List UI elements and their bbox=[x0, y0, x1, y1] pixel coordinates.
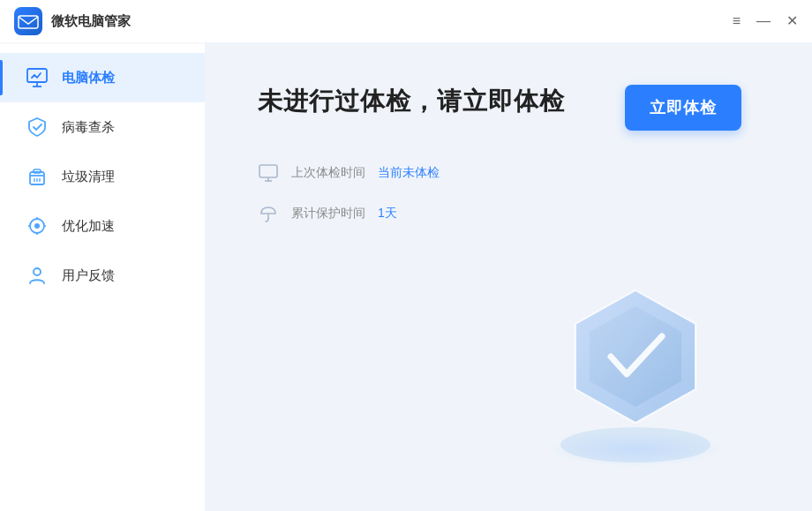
monitor-icon bbox=[258, 162, 279, 184]
sidebar-item-cleanup[interactable]: 垃圾清理 bbox=[0, 152, 205, 201]
window-controls: ≡ — ✕ bbox=[733, 14, 798, 28]
shield-shadow bbox=[547, 432, 724, 467]
check-now-button[interactable]: 立即体检 bbox=[625, 85, 741, 131]
sidebar-item-antivirus[interactable]: 病毒查杀 bbox=[0, 102, 205, 152]
sidebar-item-pc-checkup[interactable]: 电脑体检 bbox=[0, 53, 205, 102]
sidebar-item-optimize[interactable]: 优化加速 bbox=[0, 201, 205, 251]
app-logo bbox=[14, 7, 42, 35]
app-title: 微软电脑管家 bbox=[51, 13, 131, 30]
feedback-icon bbox=[25, 263, 49, 288]
sidebar: 电脑体检 病毒查杀 bbox=[0, 42, 205, 511]
info-rows: 上次体检时间 当前未体检 累计保护时间 1天 bbox=[258, 162, 759, 224]
last-check-label: 上次体检时间 bbox=[291, 165, 365, 181]
sidebar-label-feedback: 用户反馈 bbox=[62, 267, 115, 284]
antivirus-icon bbox=[25, 115, 49, 139]
last-check-row: 上次体检时间 当前未体检 bbox=[258, 162, 759, 184]
protection-label: 累计保护时间 bbox=[291, 206, 365, 222]
sidebar-label-antivirus: 病毒查杀 bbox=[62, 119, 115, 136]
svg-rect-7 bbox=[34, 169, 41, 173]
sidebar-label-pc-checkup: 电脑体检 bbox=[62, 70, 115, 86]
last-check-value[interactable]: 当前未体检 bbox=[378, 165, 440, 181]
sidebar-label-cleanup: 垃圾清理 bbox=[62, 169, 115, 185]
content-area: 未进行过体检，请立即体检 立即体检 上次体检时间 当前未体检 bbox=[205, 42, 812, 511]
menu-button[interactable]: ≡ bbox=[733, 14, 741, 28]
sidebar-item-feedback[interactable]: 用户反馈 bbox=[0, 251, 205, 300]
cleanup-icon bbox=[25, 164, 49, 189]
titlebar: 微软电脑管家 ≡ — ✕ bbox=[0, 0, 812, 42]
minimize-button[interactable]: — bbox=[756, 14, 771, 28]
protection-value: 1天 bbox=[378, 206, 397, 222]
pc-checkup-icon bbox=[25, 65, 49, 90]
svg-point-12 bbox=[34, 223, 40, 229]
svg-rect-2 bbox=[27, 69, 47, 82]
main-layout: 电脑体检 病毒查杀 bbox=[0, 42, 812, 511]
umbrella-icon bbox=[258, 203, 279, 224]
sidebar-label-optimize: 优化加速 bbox=[62, 218, 115, 235]
protection-row: 累计保护时间 1天 bbox=[258, 203, 759, 224]
optimize-icon bbox=[25, 214, 49, 238]
active-bar bbox=[0, 60, 3, 95]
close-button[interactable]: ✕ bbox=[786, 14, 798, 28]
shield-illustration bbox=[512, 255, 759, 485]
svg-point-17 bbox=[34, 268, 41, 275]
svg-rect-18 bbox=[259, 165, 277, 177]
